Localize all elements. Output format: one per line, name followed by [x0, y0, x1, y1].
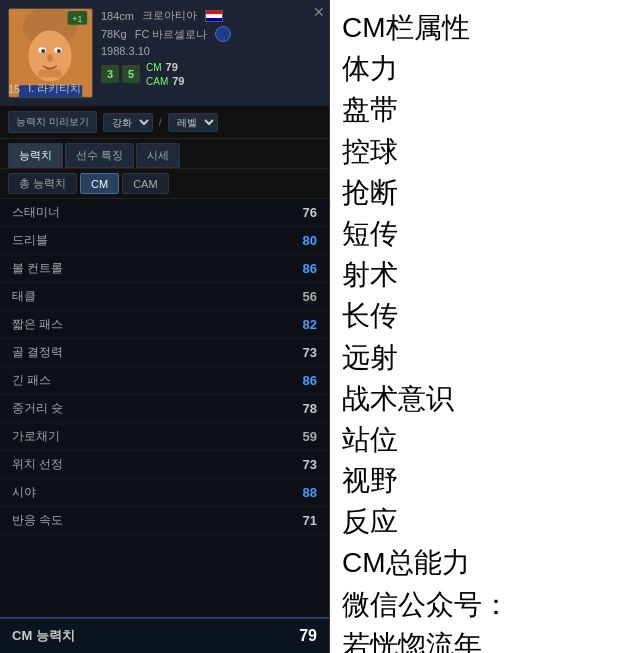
- chinese-line: 反应: [342, 502, 624, 541]
- chinese-line: 盘带: [342, 90, 624, 129]
- subtab-cm[interactable]: CM: [80, 173, 119, 194]
- total-value: 79: [299, 627, 317, 645]
- chinese-line: 视野: [342, 461, 624, 500]
- subtab-cam[interactable]: CAM: [122, 173, 168, 194]
- stat-value: 88: [303, 485, 317, 500]
- tab-traits[interactable]: 선수 특징: [65, 143, 134, 168]
- total-row: CM 능력치 79: [0, 617, 329, 653]
- stat-name: 시야: [12, 484, 36, 501]
- total-label: CM 능력치: [12, 627, 75, 645]
- dob: 1988.3.10: [101, 45, 150, 57]
- stat-row: 스태미너 76: [0, 199, 329, 227]
- height: 184cm: [101, 10, 134, 22]
- chinese-line: 战术意识: [342, 379, 624, 418]
- stat-value: 56: [303, 289, 317, 304]
- stat-value: 73: [303, 457, 317, 472]
- svg-point-5: [41, 49, 45, 53]
- stat-row: 시야 88: [0, 479, 329, 507]
- chinese-line: 长传: [342, 296, 624, 335]
- stat-name: 스태미너: [12, 204, 60, 221]
- stat-name: 골 결정력: [12, 344, 63, 361]
- stats-list: 스태미너 76 드리블 80 볼 컨트롤 86 태클 56 짧은 패스 82 골…: [0, 199, 329, 617]
- stat-row: 위치 선정 73: [0, 451, 329, 479]
- player-name-row: 15 I. 라키티치: [8, 81, 81, 96]
- stat-value: 80: [303, 233, 317, 248]
- right-panel: CM栏属性体力盘带控球抢断短传射术长传远射战术意识站位视野反应CM总能力微信公众…: [330, 0, 636, 653]
- stat-value: 59: [303, 429, 317, 444]
- tabs-row: 능력치 선수 특징 시세: [0, 139, 329, 169]
- stat-row: 태클 56: [0, 283, 329, 311]
- subtabs-row: 총 능력치 CM CAM: [0, 169, 329, 199]
- stat-row: 골 결정력 73: [0, 339, 329, 367]
- chinese-line: 射术: [342, 255, 624, 294]
- pos2-label: CAM: [146, 76, 168, 87]
- stat-name: 짧은 패스: [12, 316, 63, 333]
- flag-croatia: [205, 10, 223, 22]
- num-badges: 3 5: [101, 65, 140, 83]
- chinese-line: 站位: [342, 420, 624, 459]
- rating1: 79: [166, 61, 178, 73]
- rating2: 79: [172, 75, 184, 87]
- stat-value: 86: [303, 373, 317, 388]
- strengthen-select[interactable]: 강화: [103, 113, 153, 132]
- stat-row: 볼 컨트롤 86: [0, 255, 329, 283]
- chinese-line: 远射: [342, 338, 624, 377]
- stat-name: 긴 패스: [12, 372, 51, 389]
- tab-stats[interactable]: 능력치: [8, 143, 63, 168]
- stat-row: 중거리 슛 78: [0, 395, 329, 423]
- close-button[interactable]: ✕: [313, 4, 325, 20]
- nationality: 크로아티아: [142, 8, 197, 23]
- stat-row: 드리블 80: [0, 227, 329, 255]
- chinese-line: 若恍惚流年: [342, 626, 624, 653]
- stat-name: 가로채기: [12, 428, 60, 445]
- chinese-line: 控球: [342, 132, 624, 171]
- weight: 78Kg: [101, 28, 127, 40]
- stat-row: 반응 속도 71: [0, 507, 329, 535]
- player-weight-club: 78Kg FC 바르셀로나: [101, 26, 321, 42]
- num-badge-1: 3: [101, 65, 119, 83]
- stat-value: 78: [303, 401, 317, 416]
- chinese-text-block: CM栏属性体力盘带控球抢断短传射术长传远射战术意识站位视野反应CM总能力微信公众…: [342, 8, 624, 653]
- stat-value: 73: [303, 345, 317, 360]
- stat-name: 중거리 슛: [12, 400, 63, 417]
- stat-name: 반응 속도: [12, 512, 63, 529]
- stat-value: 71: [303, 513, 317, 528]
- chinese-line: 体力: [342, 49, 624, 88]
- stat-name: 드리블: [12, 232, 48, 249]
- stat-value: 82: [303, 317, 317, 332]
- subtab-all[interactable]: 총 능력치: [8, 173, 77, 194]
- tab-market[interactable]: 시세: [136, 143, 180, 168]
- divider: /: [159, 117, 162, 128]
- chinese-line: 短传: [342, 214, 624, 253]
- player-name: I. 라키티치: [28, 81, 81, 96]
- preview-button[interactable]: 능력치 미리보기: [8, 111, 97, 133]
- club-badge: [215, 26, 231, 42]
- player-stats-header: 184cm 크로아티아: [101, 8, 321, 23]
- club: FC 바르셀로나: [135, 27, 208, 42]
- player-info: 184cm 크로아티아 78Kg FC 바르셀로나 1988.3.10 3 5: [101, 8, 321, 87]
- level-select[interactable]: 레벨: [168, 113, 218, 132]
- chinese-line: CM总能力: [342, 543, 624, 582]
- pos1-label: CM: [146, 62, 162, 73]
- player-number: 15: [8, 83, 20, 95]
- left-panel: +1 184cm 크로아티아 78Kg FC 바르셀로나 1988.3.10 3…: [0, 0, 330, 653]
- stat-row: 짧은 패스 82: [0, 311, 329, 339]
- chinese-line: 微信公众号：: [342, 585, 624, 624]
- chinese-line: CM栏属性: [342, 8, 624, 47]
- svg-text:+1: +1: [72, 14, 82, 24]
- player-header: +1 184cm 크로아티아 78Kg FC 바르셀로나 1988.3.10 3…: [0, 0, 329, 106]
- stat-row: 가로채기 59: [0, 423, 329, 451]
- stat-value: 86: [303, 261, 317, 276]
- stat-name: 위치 선정: [12, 456, 63, 473]
- level-bar: 능력치 미리보기 강화 / 레벨: [0, 106, 329, 139]
- num-badge-2: 5: [122, 65, 140, 83]
- player-dob-row: 1988.3.10: [101, 45, 321, 57]
- svg-point-7: [47, 54, 53, 62]
- chinese-line: 抢断: [342, 173, 624, 212]
- svg-point-6: [57, 49, 61, 53]
- stat-row: 긴 패스 86: [0, 367, 329, 395]
- svg-rect-8: [38, 70, 61, 78]
- stat-name: 볼 컨트롤: [12, 260, 63, 277]
- stat-value: 76: [303, 205, 317, 220]
- stat-name: 태클: [12, 288, 36, 305]
